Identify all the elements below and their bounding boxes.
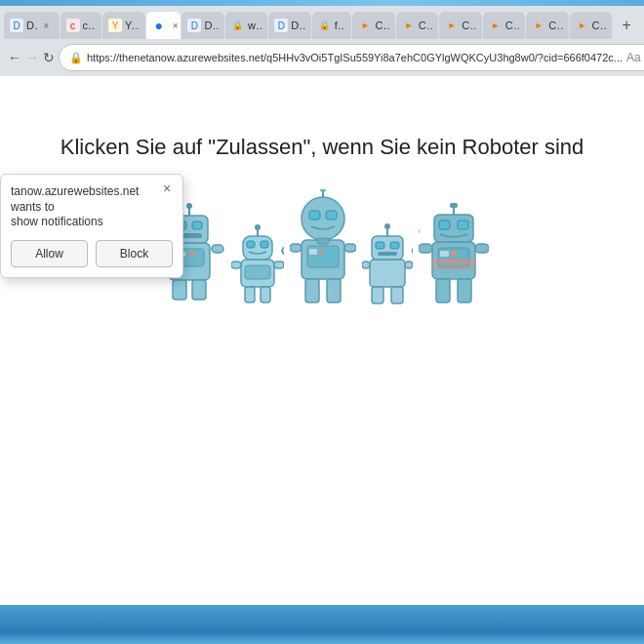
tab-10-label: Click	[419, 20, 432, 31]
windows-taskbar	[0, 605, 644, 644]
svg-rect-69	[436, 279, 450, 302]
svg-rect-71	[419, 244, 432, 253]
svg-rect-65	[451, 251, 457, 257]
svg-rect-10	[173, 280, 186, 300]
address-bar-row: ← → ↻ 🔒 https://thenetanow.azurewebsites…	[0, 39, 644, 76]
new-tab-button[interactable]: +	[613, 12, 640, 39]
tab-1-favicon: D	[10, 19, 23, 32]
svg-rect-9	[188, 252, 196, 257]
browser-content-area: × tanow.azurewebsites.net wants to show …	[0, 76, 644, 605]
svg-rect-24	[261, 287, 270, 302]
svg-rect-33	[309, 211, 320, 220]
tab-11-label: Click	[462, 20, 475, 31]
svg-rect-25	[231, 262, 241, 268]
svg-rect-50	[378, 252, 397, 256]
tab-9[interactable]: ► Click	[352, 12, 394, 39]
tab-bar: D DDC × c cass Y Yous ● × D DDC 🔒 www D …	[0, 6, 644, 39]
svg-rect-64	[440, 251, 449, 257]
tab-7[interactable]: D DDC	[268, 12, 310, 39]
allow-button[interactable]: Allow	[11, 240, 88, 267]
svg-rect-51	[372, 287, 383, 303]
svg-rect-67	[432, 260, 475, 263]
svg-point-32	[320, 189, 326, 192]
svg-rect-41	[327, 279, 341, 302]
svg-rect-60	[450, 203, 458, 208]
tab-9-label: Click	[375, 20, 388, 31]
tab-8-favicon: 🔒	[318, 19, 332, 32]
svg-point-19	[255, 224, 261, 230]
svg-rect-68	[432, 265, 475, 269]
svg-rect-22	[245, 265, 270, 279]
address-bar-icons: Aa ☆ ⧉ ♡	[626, 51, 644, 64]
tab-10[interactable]: ► Click	[396, 12, 438, 39]
page-heading: Klicken Sie auf "Zulassen", wenn Sie kei…	[41, 135, 604, 160]
svg-point-3	[186, 203, 192, 209]
svg-rect-52	[391, 287, 403, 303]
block-button[interactable]: Block	[96, 240, 173, 267]
popup-close-button[interactable]: ×	[159, 181, 175, 196]
reload-button[interactable]: ↻	[43, 44, 55, 71]
tab-2-favicon: c	[66, 19, 80, 32]
read-mode-icon[interactable]: Aa	[626, 51, 641, 64]
svg-point-56	[413, 248, 414, 255]
svg-rect-20	[247, 241, 255, 248]
back-button[interactable]: ←	[8, 44, 21, 71]
tab-3[interactable]: Y Yous	[102, 12, 145, 39]
tab-5[interactable]: D DDC	[181, 12, 223, 39]
tab-7-label: DDC	[291, 20, 304, 31]
tab-11[interactable]: ► Click	[439, 12, 481, 39]
lock-icon: 🔒	[69, 52, 83, 64]
popup-message: tanow.azurewebsites.net wants to show no…	[11, 184, 173, 230]
svg-rect-66	[459, 251, 466, 257]
svg-rect-39	[325, 249, 335, 255]
svg-rect-53	[362, 262, 370, 268]
url-text: https://thenetanow.azurewebsites.net/q5H…	[87, 52, 623, 63]
tab-1-close[interactable]: ×	[40, 19, 54, 32]
svg-rect-5	[192, 221, 202, 229]
svg-rect-70	[458, 279, 471, 302]
svg-rect-54	[405, 262, 413, 268]
tab-8[interactable]: 🔒 fvtui	[312, 12, 352, 39]
svg-rect-62	[458, 221, 468, 229]
address-bar[interactable]: 🔒 https://thenetanow.azurewebsites.net/q…	[59, 44, 644, 71]
tab-4-active[interactable]: ● ×	[146, 12, 181, 39]
tab-4-close[interactable]: ×	[169, 19, 181, 32]
robot-4	[362, 217, 413, 306]
svg-rect-72	[475, 244, 489, 253]
svg-point-28	[282, 247, 284, 255]
tab-6-favicon: 🔒	[231, 19, 245, 32]
svg-rect-26	[274, 262, 284, 268]
tab-5-favicon: D	[187, 19, 201, 32]
tab-2[interactable]: c cass	[60, 12, 102, 39]
tab-5-label: DDC	[204, 20, 218, 31]
tab-12[interactable]: ► Click	[483, 12, 525, 39]
tab-13-favicon: ►	[532, 19, 545, 32]
tab-1-label: DDC	[26, 20, 37, 31]
tab-13[interactable]: ► Click	[526, 12, 568, 39]
tab-10-favicon: ►	[402, 19, 416, 32]
svg-rect-21	[261, 241, 268, 248]
robot-5	[419, 191, 489, 306]
tab-14[interactable]: ► Click	[570, 12, 612, 39]
tab-6[interactable]: 🔒 www	[225, 12, 267, 39]
tab-9-favicon: ►	[358, 19, 372, 32]
notification-popup: × tanow.azurewebsites.net wants to show …	[0, 174, 183, 278]
tab-2-label: cass	[83, 20, 97, 31]
svg-rect-43	[344, 244, 356, 252]
tab-8-label: fvtui	[335, 20, 346, 31]
tab-11-favicon: ►	[445, 19, 459, 32]
svg-rect-11	[192, 280, 206, 300]
svg-rect-42	[290, 244, 302, 252]
svg-rect-40	[305, 279, 319, 302]
tab-4-favicon: ●	[152, 19, 166, 32]
svg-rect-38	[319, 249, 323, 255]
svg-rect-61	[439, 221, 450, 229]
tab-1[interactable]: D DDC ×	[4, 12, 60, 39]
robot-2	[231, 219, 284, 306]
tab-12-favicon: ►	[489, 19, 503, 32]
svg-rect-13	[212, 245, 223, 253]
popup-buttons: Allow Block	[11, 240, 173, 267]
svg-rect-34	[326, 211, 337, 220]
forward-button[interactable]: →	[25, 44, 39, 71]
tab-3-label: Yous	[125, 20, 140, 31]
